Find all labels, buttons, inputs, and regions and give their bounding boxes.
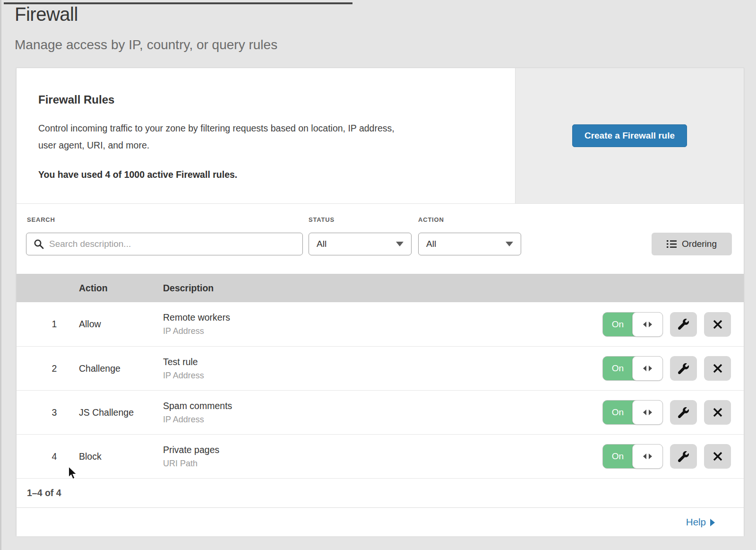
description-match-type: URI Path — [163, 459, 602, 469]
search-field-wrap — [26, 233, 303, 255]
rule-toggle[interactable]: On — [602, 400, 663, 425]
pagination-text: 1–4 of 4 — [27, 488, 61, 498]
row-controls: On — [602, 444, 744, 469]
edit-rule-button[interactable] — [670, 444, 697, 469]
toggle-handle[interactable] — [632, 400, 663, 425]
right-arrow-icon — [649, 410, 652, 415]
help-arrow-icon — [710, 519, 715, 526]
search-icon — [34, 239, 44, 249]
search-input[interactable] — [26, 233, 303, 255]
description-match-type: IP Address — [163, 326, 602, 336]
page-title: Firewall — [15, 4, 78, 25]
left-arrow-icon — [643, 366, 646, 371]
search-label: SEARCH — [27, 216, 55, 223]
help-link-label: Help — [686, 516, 706, 528]
priority-cell: 2 — [17, 363, 79, 374]
close-icon — [713, 451, 723, 462]
description-match-type: IP Address — [163, 415, 602, 425]
table-row: 3 JS Challenge Spam comments IP Address … — [17, 390, 744, 434]
action-dropdown[interactable]: All — [418, 233, 521, 255]
action-dropdown-value: All — [426, 239, 436, 249]
left-arrow-icon — [643, 410, 646, 415]
action-label: ACTION — [418, 216, 444, 223]
description-cell: Remote workers IP Address — [163, 312, 602, 336]
wrench-icon — [678, 319, 689, 330]
usage-note: You have used 4 of 1000 active Firewall … — [38, 169, 494, 180]
close-icon — [713, 319, 723, 330]
left-arrow-icon — [643, 322, 646, 327]
action-cell: Challenge — [79, 363, 163, 374]
chevron-down-icon — [506, 242, 513, 246]
description-match-type: IP Address — [163, 371, 602, 381]
card-description-line1: Control incoming traffic to your zone by… — [38, 120, 494, 137]
edit-rule-button[interactable] — [670, 400, 697, 425]
right-arrow-icon — [649, 322, 652, 327]
status-label: STATUS — [309, 216, 335, 223]
priority-cell: 3 — [17, 407, 79, 418]
card-description-line2: user agent, URI, and more. — [38, 137, 494, 154]
wrench-icon — [678, 363, 689, 374]
intro-text-block: Firewall Rules Control incoming traffic … — [38, 93, 494, 180]
row-controls: On — [602, 356, 744, 381]
delete-rule-button[interactable] — [704, 312, 731, 337]
firewall-page: Firewall Manage access by IP, country, o… — [0, 0, 756, 550]
create-firewall-rule-button[interactable]: Create a Firewall rule — [572, 124, 687, 147]
wrench-icon — [678, 407, 689, 418]
right-arrow-icon — [649, 454, 652, 459]
description-title: Spam comments — [163, 401, 602, 411]
description-title: Private pages — [163, 445, 602, 455]
status-dropdown[interactable]: All — [309, 233, 412, 255]
toggle-on-label: On — [603, 445, 633, 468]
row-controls: On — [602, 312, 744, 337]
wrench-icon — [678, 451, 689, 462]
help-link[interactable]: Help — [686, 516, 715, 528]
create-rule-panel: Create a Firewall rule — [515, 68, 744, 203]
chevron-down-icon — [396, 242, 404, 246]
delete-rule-button[interactable] — [704, 444, 731, 469]
left-arrow-icon — [643, 454, 646, 459]
firewall-rules-card: Firewall Rules Control incoming traffic … — [16, 68, 744, 536]
table-row: 2 Challenge Test rule IP Address On — [17, 346, 744, 390]
toggle-on-label: On — [603, 357, 633, 380]
description-cell: Test rule IP Address — [163, 357, 602, 381]
card-heading: Firewall Rules — [38, 93, 494, 107]
page-edge-artifact — [0, 0, 1, 550]
toggle-on-label: On — [603, 401, 633, 424]
rule-toggle[interactable]: On — [602, 356, 663, 381]
table-header-action: Action — [79, 283, 163, 294]
toggle-handle[interactable] — [632, 356, 663, 381]
rule-toggle[interactable]: On — [602, 444, 663, 469]
delete-rule-button[interactable] — [704, 400, 731, 425]
ordering-button[interactable]: Ordering — [652, 233, 732, 255]
rule-toggle[interactable]: On — [602, 312, 663, 337]
action-cell: Block — [79, 451, 163, 462]
filters-section: SEARCH STATUS All ACTION All — [17, 203, 744, 274]
description-title: Remote workers — [163, 312, 602, 323]
action-cell: JS Challenge — [79, 407, 163, 418]
delete-rule-button[interactable] — [704, 356, 731, 381]
table-header-row: Action Description — [17, 274, 744, 302]
table-row: 4 Block Private pages URI Path On — [17, 434, 744, 478]
close-icon — [713, 407, 723, 418]
description-cell: Spam comments IP Address — [163, 401, 602, 425]
edit-rule-button[interactable] — [670, 312, 697, 337]
toggle-handle[interactable] — [632, 312, 663, 337]
card-footer: Help — [17, 507, 744, 536]
description-cell: Private pages URI Path — [163, 445, 602, 469]
close-icon — [713, 363, 723, 374]
table-header-description: Description — [163, 283, 744, 294]
ordering-list-icon — [667, 240, 677, 248]
ordering-button-label: Ordering — [682, 239, 717, 249]
status-dropdown-value: All — [317, 239, 326, 249]
action-cell: Allow — [79, 319, 163, 330]
right-arrow-icon — [649, 366, 652, 371]
page-subtitle: Manage access by IP, country, or query r… — [15, 37, 277, 52]
toggle-on-label: On — [603, 313, 633, 336]
pagination-bar: 1–4 of 4 — [17, 478, 744, 507]
toggle-handle[interactable] — [632, 444, 663, 469]
priority-cell: 1 — [17, 319, 79, 330]
table-row: 1 Allow Remote workers IP Address On — [17, 302, 744, 346]
edit-rule-button[interactable] — [670, 356, 697, 381]
priority-cell: 4 — [17, 451, 79, 462]
description-title: Test rule — [163, 357, 602, 367]
